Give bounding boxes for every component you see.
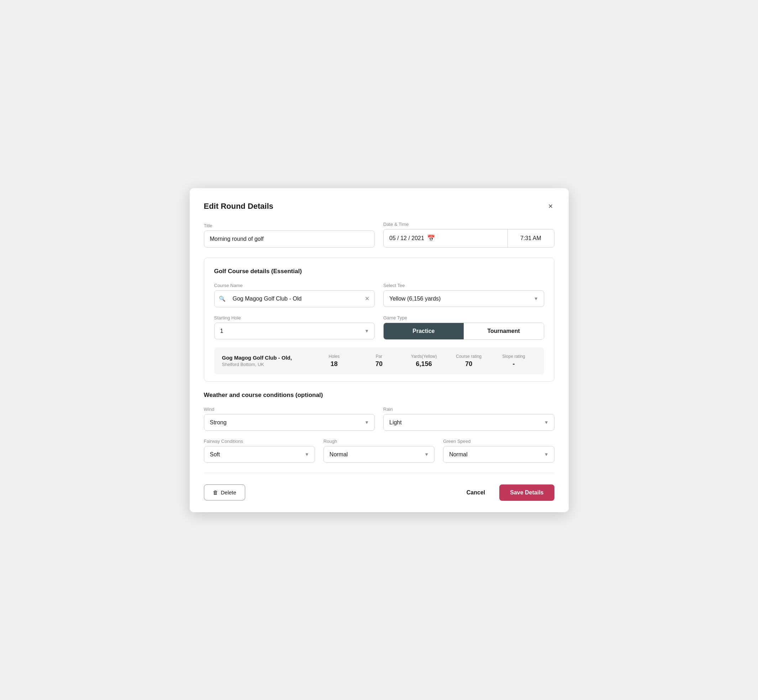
fairway-group: Fairway Conditions SoftNormalFirmHard ▼ xyxy=(204,439,315,463)
date-box[interactable]: 05 / 12 / 2021 📅 xyxy=(384,230,508,247)
course-row-2: Starting Hole 1234 5678 910 ▼ Game Type … xyxy=(214,315,544,340)
date-value: 05 / 12 / 2021 xyxy=(389,235,424,242)
practice-button[interactable]: Practice xyxy=(384,323,464,339)
datetime-inner: 05 / 12 / 2021 📅 7:31 AM xyxy=(383,229,554,248)
course-row-1: Course Name 🔍 ✕ Select Tee Yellow (6,156… xyxy=(214,283,544,307)
datetime-field-group: Date & Time 05 / 12 / 2021 📅 7:31 AM xyxy=(383,222,554,248)
footer-right: Cancel Save Details xyxy=(459,484,554,501)
course-full-name: Gog Magog Golf Club - Old, xyxy=(222,355,312,361)
green-speed-wrap: SlowNormalFastVery Fast ▼ xyxy=(443,446,554,463)
course-search-wrap: 🔍 ✕ xyxy=(214,290,375,307)
course-name-label: Course Name xyxy=(214,283,375,288)
wind-wrap: CalmLightModerate StrongVery Strong ▼ xyxy=(204,414,375,431)
conditions-title: Weather and course conditions (optional) xyxy=(204,392,554,399)
clear-course-button[interactable]: ✕ xyxy=(360,295,374,302)
fairway-dropdown[interactable]: SoftNormalFirmHard xyxy=(204,446,315,463)
tournament-button[interactable]: Tournament xyxy=(464,323,544,339)
cancel-button[interactable]: Cancel xyxy=(459,485,492,500)
golf-section-title: Golf Course details (Essential) xyxy=(214,268,544,275)
rough-wrap: ShortNormalLongVery Long ▼ xyxy=(324,446,434,463)
rain-group: Rain NoneLightModerateHeavy ▼ xyxy=(383,406,554,431)
holes-value: 18 xyxy=(330,360,338,368)
green-speed-dropdown[interactable]: SlowNormalFastVery Fast xyxy=(443,446,554,463)
rough-group: Rough ShortNormalLongVery Long ▼ xyxy=(324,439,434,463)
wind-dropdown[interactable]: CalmLightModerate StrongVery Strong xyxy=(204,414,375,431)
course-name-input[interactable] xyxy=(230,291,360,307)
search-icon: 🔍 xyxy=(215,295,230,302)
select-tee-label: Select Tee xyxy=(383,283,544,288)
holes-label: Holes xyxy=(329,354,340,359)
delete-label: Delete xyxy=(221,489,236,495)
par-label: Par xyxy=(376,354,382,359)
rain-wrap: NoneLightModerateHeavy ▼ xyxy=(383,414,554,431)
modal-header: Edit Round Details × xyxy=(204,201,554,212)
datetime-label: Date & Time xyxy=(383,222,554,227)
rough-label: Rough xyxy=(324,439,434,444)
slope-rating-stat: Slope rating - xyxy=(491,354,536,368)
time-box[interactable]: 7:31 AM xyxy=(508,230,554,247)
golf-course-section: Golf Course details (Essential) Course N… xyxy=(204,258,554,382)
game-type-group: Game Type Practice Tournament xyxy=(383,315,544,340)
green-speed-group: Green Speed SlowNormalFastVery Fast ▼ xyxy=(443,439,554,463)
yards-label: Yards(Yellow) xyxy=(411,354,437,359)
yards-stat: Yards(Yellow) 6,156 xyxy=(401,354,446,368)
conditions-row-1: Wind CalmLightModerate StrongVery Strong… xyxy=(204,406,554,431)
modal-title: Edit Round Details xyxy=(204,202,274,211)
slope-rating-label: Slope rating xyxy=(502,354,525,359)
fairway-wrap: SoftNormalFirmHard ▼ xyxy=(204,446,315,463)
starting-hole-wrap: 1234 5678 910 ▼ xyxy=(214,323,375,339)
starting-hole-group: Starting Hole 1234 5678 910 ▼ xyxy=(214,315,375,340)
title-field-group: Title xyxy=(204,223,375,248)
course-rating-stat: Course rating 70 xyxy=(446,354,491,368)
course-location: Shelford Bottom, UK xyxy=(222,362,312,367)
green-speed-label: Green Speed xyxy=(443,439,554,444)
edit-round-modal: Edit Round Details × Title Date & Time 0… xyxy=(190,188,568,512)
title-input[interactable] xyxy=(204,230,375,248)
slope-rating-value: - xyxy=(512,360,515,368)
course-rating-value: 70 xyxy=(465,360,472,368)
rain-label: Rain xyxy=(383,406,554,412)
select-tee-group: Select Tee Yellow (6,156 yards) White Re… xyxy=(383,283,544,307)
wind-group: Wind CalmLightModerate StrongVery Strong… xyxy=(204,406,375,431)
close-button[interactable]: × xyxy=(547,201,554,212)
delete-button[interactable]: 🗑 Delete xyxy=(204,484,245,500)
wind-label: Wind xyxy=(204,406,375,412)
top-row: Title Date & Time 05 / 12 / 2021 📅 7:31 … xyxy=(204,222,554,248)
save-button[interactable]: Save Details xyxy=(499,484,554,501)
starting-hole-label: Starting Hole xyxy=(214,315,375,320)
par-value: 70 xyxy=(376,360,382,368)
course-name-group: Course Name 🔍 ✕ xyxy=(214,283,375,307)
yards-value: 6,156 xyxy=(416,360,432,368)
conditions-section: Weather and course conditions (optional)… xyxy=(204,392,554,463)
calendar-icon: 📅 xyxy=(427,234,435,242)
title-label: Title xyxy=(204,223,375,228)
holes-stat: Holes 18 xyxy=(312,354,357,368)
trash-icon: 🗑 xyxy=(213,489,218,495)
select-tee-wrap: Yellow (6,156 yards) White Red Blue ▼ xyxy=(383,290,544,307)
par-stat: Par 70 xyxy=(357,354,401,368)
game-type-label: Game Type xyxy=(383,315,544,320)
starting-hole-dropdown[interactable]: 1234 5678 910 xyxy=(214,323,375,339)
time-value: 7:31 AM xyxy=(520,235,541,242)
course-info-bar: Gog Magog Golf Club - Old, Shelford Bott… xyxy=(214,347,544,374)
footer-row: 🗑 Delete Cancel Save Details xyxy=(204,481,554,501)
fairway-label: Fairway Conditions xyxy=(204,439,315,444)
footer-divider xyxy=(204,473,554,473)
game-type-toggle: Practice Tournament xyxy=(383,323,544,340)
course-rating-label: Course rating xyxy=(456,354,481,359)
course-info-name: Gog Magog Golf Club - Old, Shelford Bott… xyxy=(222,355,312,367)
select-tee-dropdown[interactable]: Yellow (6,156 yards) White Red Blue xyxy=(383,290,544,307)
conditions-row-2: Fairway Conditions SoftNormalFirmHard ▼ … xyxy=(204,439,554,463)
rough-dropdown[interactable]: ShortNormalLongVery Long xyxy=(324,446,434,463)
rain-dropdown[interactable]: NoneLightModerateHeavy xyxy=(383,414,554,431)
